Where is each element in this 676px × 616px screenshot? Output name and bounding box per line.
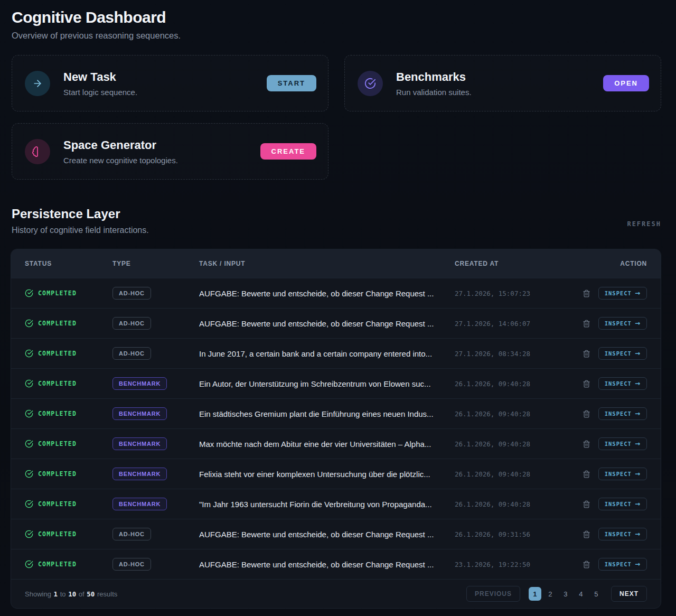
table-header-row: STATUS TYPE TASK / INPUT CREATED AT ACTI… [11, 249, 661, 278]
action-cell: INSPECT → [581, 528, 647, 540]
pagination-pages: 12345 [529, 587, 603, 601]
delete-button[interactable] [581, 409, 592, 419]
inspect-button[interactable]: INSPECT → [598, 468, 647, 480]
status-cell: COMPLETED [25, 349, 112, 358]
status-badge: COMPLETED [38, 500, 77, 508]
table-footer: Showing 1 to 10 of 50 results PREVIOUS 1… [11, 579, 661, 608]
pagination-page-2[interactable]: 2 [544, 587, 557, 601]
inspect-button[interactable]: INSPECT → [598, 317, 647, 330]
card-benchmarks-text: Benchmarks Run validation suites. [396, 70, 603, 97]
delete-button[interactable] [581, 349, 592, 359]
table-body: COMPLETED AD-HOC AUFGABE: Bewerte und en… [11, 278, 661, 579]
card-new-task-text: New Task Start logic sequence. [63, 70, 267, 97]
status-badge: COMPLETED [38, 350, 77, 357]
trash-icon [583, 380, 590, 388]
previous-button[interactable]: PREVIOUS [466, 586, 520, 602]
action-cards: New Task Start logic sequence. START Ben… [12, 55, 661, 180]
status-cell: COMPLETED [25, 560, 112, 568]
task-text: AUFGABE: Bewerte und entscheide, ob dies… [199, 560, 455, 569]
action-cell: INSPECT → [581, 317, 647, 330]
inspect-button[interactable]: INSPECT → [598, 287, 647, 300]
created-at-text: 26.1.2026, 09:40:28 [455, 380, 581, 388]
action-cell: INSPECT → [581, 347, 647, 360]
pagination-page-5[interactable]: 5 [590, 587, 603, 601]
pagination-page-3[interactable]: 3 [559, 587, 572, 601]
card-new-task-subtitle: Start logic sequence. [63, 88, 267, 97]
task-text: In June 2017, a certain bank and a certa… [199, 349, 455, 358]
delete-button[interactable] [581, 288, 592, 298]
card-space-generator-subtitle: Create new cognitive topologies. [63, 156, 260, 165]
check-circle-icon [25, 379, 33, 388]
delete-button[interactable] [581, 379, 592, 389]
delete-button[interactable] [581, 319, 592, 329]
inspect-label: INSPECT [605, 561, 632, 567]
persistence-heading: Persistence Layer History of cognitive f… [12, 207, 149, 235]
trash-icon [583, 410, 590, 418]
inspect-button[interactable]: INSPECT → [598, 528, 647, 540]
action-cell: INSPECT → [581, 377, 647, 390]
status-badge: COMPLETED [38, 470, 77, 478]
page-subtitle: Overview of previous reasoning sequences… [12, 31, 661, 41]
action-cell: INSPECT → [581, 558, 647, 571]
task-text: AUFGABE: Bewerte und entscheide, ob dies… [199, 289, 455, 298]
status-badge: COMPLETED [38, 380, 77, 387]
status-badge: COMPLETED [38, 561, 77, 568]
type-badge: BENCHMARK [112, 437, 167, 450]
arrow-right-icon: → [635, 470, 641, 478]
open-button[interactable]: OPEN [603, 75, 649, 91]
delete-button[interactable] [581, 559, 592, 570]
persistence-section-head: Persistence Layer History of cognitive f… [12, 207, 661, 235]
task-text: Max möchte nach dem Abitur eine der vier… [199, 440, 455, 449]
card-benchmarks-title: Benchmarks [396, 70, 603, 84]
pagination-page-4[interactable]: 4 [575, 587, 587, 601]
refresh-button[interactable]: REFRESH [627, 218, 661, 235]
create-button[interactable]: CREATE [260, 143, 316, 160]
task-text: Ein städtisches Gremium plant die Einfüh… [199, 409, 455, 418]
inspect-button[interactable]: INSPECT → [598, 377, 647, 390]
status-cell: COMPLETED [25, 500, 112, 508]
trash-icon [583, 470, 590, 478]
trash-icon [583, 350, 590, 358]
arrow-right-icon: → [635, 320, 641, 327]
check-circle-icon [25, 470, 33, 478]
type-badge: AD-HOC [112, 528, 151, 540]
inspect-button[interactable]: INSPECT → [598, 558, 647, 571]
created-at-text: 27.1.2026, 14:06:07 [455, 320, 581, 328]
delete-button[interactable] [581, 469, 592, 479]
showing-total: 50 [86, 590, 95, 598]
start-button[interactable]: START [267, 75, 316, 91]
brain-icon [25, 139, 50, 164]
inspect-label: INSPECT [605, 350, 632, 357]
task-text: Felixia steht vor einer komplexen Unters… [199, 470, 455, 479]
pagination-page-1[interactable]: 1 [529, 587, 541, 601]
action-cell: INSPECT → [581, 407, 647, 420]
type-badge: AD-HOC [112, 347, 151, 360]
check-circle-icon [358, 71, 383, 96]
status-badge: COMPLETED [38, 410, 77, 417]
next-button[interactable]: NEXT [611, 586, 647, 602]
status-badge: COMPLETED [38, 320, 77, 327]
inspect-button[interactable]: INSPECT → [598, 498, 647, 510]
inspect-label: INSPECT [605, 471, 632, 477]
trash-icon [583, 530, 590, 538]
delete-button[interactable] [581, 499, 592, 509]
status-cell: COMPLETED [25, 409, 112, 418]
check-circle-icon [25, 319, 33, 328]
trash-icon [583, 500, 590, 508]
card-new-task-title: New Task [63, 70, 267, 84]
type-badge: AD-HOC [112, 558, 151, 571]
table-row: COMPLETED BENCHMARK "Im Jahr 1963 unters… [11, 489, 661, 519]
delete-button[interactable] [581, 439, 592, 449]
inspect-button[interactable]: INSPECT → [598, 437, 647, 450]
inspect-button[interactable]: INSPECT → [598, 407, 647, 420]
check-circle-icon [25, 530, 33, 538]
type-cell: AD-HOC [112, 347, 199, 360]
page-header: Cognitive Dashboard Overview of previous… [12, 8, 661, 41]
inspect-button[interactable]: INSPECT → [598, 347, 647, 360]
type-badge: BENCHMARK [112, 377, 167, 390]
type-badge: AD-HOC [112, 287, 151, 300]
inspect-label: INSPECT [605, 501, 632, 507]
task-text: AUFGABE: Bewerte und entscheide, ob dies… [199, 319, 455, 328]
type-badge: BENCHMARK [112, 407, 167, 420]
delete-button[interactable] [581, 529, 592, 539]
